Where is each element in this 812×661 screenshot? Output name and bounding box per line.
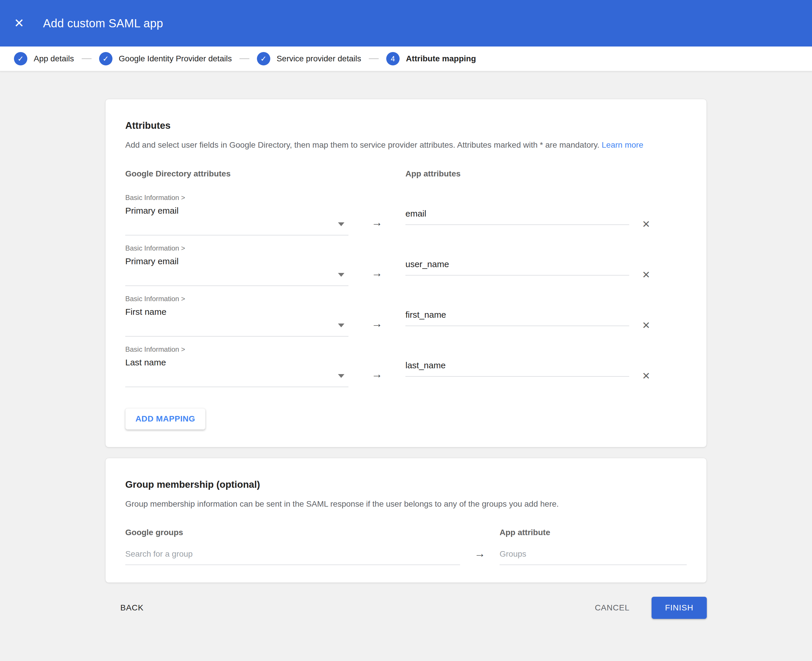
google-groups-header: Google groups: [125, 528, 460, 537]
close-icon: ✕: [642, 219, 651, 230]
app-attribute-input[interactable]: [405, 308, 629, 326]
arrow-right-icon: →: [348, 295, 405, 337]
close-icon: ✕: [642, 320, 651, 331]
arrow-right-icon: →: [348, 244, 405, 286]
group-app-attribute-header: App attribute: [499, 528, 687, 537]
directory-attribute-value: Last name: [125, 358, 348, 367]
attributes-column-headers: Google Directory attributes App attribut…: [125, 169, 687, 179]
footer-actions: BACK CANCEL FINISH: [105, 597, 707, 619]
group-app-attribute-input[interactable]: [499, 546, 687, 565]
attributes-card-description: Add and select user fields in Google Dir…: [125, 139, 687, 151]
cancel-button[interactable]: CANCEL: [595, 603, 630, 613]
directory-attribute-category: Basic Information >: [125, 244, 348, 252]
mapping-row: Basic Information > Last name → ✕: [125, 345, 687, 387]
app-attribute-field: [405, 295, 629, 337]
remove-mapping-button[interactable]: ✕: [642, 244, 660, 286]
app-attribute-field: [405, 244, 629, 286]
step-label: Service provider details: [277, 54, 361, 63]
directory-attribute-select[interactable]: Basic Information > Primary email: [125, 244, 348, 286]
app-attributes-header: App attributes: [405, 169, 687, 179]
arrow-right-icon: →: [348, 193, 405, 235]
directory-attribute-category: Basic Information >: [125, 345, 348, 353]
stepper-step-attribute-mapping[interactable]: 4 Attribute mapping: [386, 52, 476, 65]
group-spacer: [460, 528, 499, 537]
mapping-rows: Basic Information > Primary email → ✕ Ba…: [125, 193, 687, 387]
mapping-row: Basic Information > First name → ✕: [125, 295, 687, 337]
app-attribute-input[interactable]: [405, 358, 629, 377]
step-label: Attribute mapping: [406, 54, 476, 63]
dropdown-arrow-icon: [338, 222, 345, 226]
main-content: Attributes Add and select user fields in…: [0, 72, 812, 619]
step-label: Google Identity Provider details: [119, 54, 232, 63]
group-membership-card: Group membership (optional) Group member…: [105, 458, 707, 583]
dropdown-arrow-icon: [338, 324, 345, 327]
dialog-title: Add custom SAML app: [43, 17, 163, 30]
attributes-card-title: Attributes: [125, 120, 687, 131]
mapping-row: Basic Information > Primary email → ✕: [125, 193, 687, 235]
group-membership-description: Group membership information can be sent…: [125, 498, 687, 510]
attributes-description-text: Add and select user fields in Google Dir…: [125, 141, 600, 149]
directory-attribute-select[interactable]: Basic Information > Primary email: [125, 193, 348, 235]
directory-attribute-value: First name: [125, 307, 348, 317]
step-complete-check-icon: ✓: [99, 52, 112, 65]
dropdown-arrow-icon: [338, 273, 345, 277]
app-attribute-input[interactable]: [405, 206, 629, 225]
remove-mapping-button[interactable]: ✕: [642, 345, 660, 387]
mapping-row: Basic Information > Primary email → ✕: [125, 244, 687, 286]
close-icon: ✕: [642, 370, 651, 382]
learn-more-link[interactable]: Learn more: [601, 141, 643, 149]
close-icon[interactable]: ✕: [14, 17, 31, 29]
attributes-card: Attributes Add and select user fields in…: [105, 99, 707, 447]
close-icon: ✕: [642, 269, 651, 280]
group-search-input[interactable]: [125, 546, 460, 565]
step-number-badge: 4: [386, 52, 400, 65]
group-column-headers: Google groups App attribute: [125, 528, 687, 537]
app-attribute-input[interactable]: [405, 257, 629, 276]
directory-attribute-value: Primary email: [125, 256, 348, 266]
add-mapping-button[interactable]: ADD MAPPING: [125, 408, 206, 429]
stepper-step-service-provider-details[interactable]: ✓ Service provider details: [257, 52, 361, 65]
step-complete-check-icon: ✓: [14, 52, 27, 65]
remove-mapping-button[interactable]: ✕: [642, 193, 660, 235]
directory-attribute-category: Basic Information >: [125, 193, 348, 202]
step-connector: [82, 58, 91, 59]
finish-button[interactable]: FINISH: [652, 597, 707, 619]
dialog-header: ✕ Add custom SAML app: [0, 0, 812, 46]
stepper-step-google-idp-details[interactable]: ✓ Google Identity Provider details: [99, 52, 232, 65]
step-connector: [369, 58, 379, 59]
app-attribute-field: [405, 345, 629, 387]
step-complete-check-icon: ✓: [257, 52, 270, 65]
directory-attribute-select[interactable]: Basic Information > First name: [125, 295, 348, 337]
directory-attribute-select[interactable]: Basic Information > Last name: [125, 345, 348, 387]
directory-attribute-value: Primary email: [125, 206, 348, 216]
dropdown-arrow-icon: [338, 374, 345, 378]
stepper-step-app-details[interactable]: ✓ App details: [14, 52, 74, 65]
remove-mapping-button[interactable]: ✕: [642, 295, 660, 337]
group-mapping-row: →: [125, 546, 687, 565]
step-label: App details: [34, 54, 74, 63]
arrow-right-icon: →: [348, 345, 405, 387]
back-button[interactable]: BACK: [120, 603, 144, 613]
arrow-right-icon: →: [460, 548, 499, 565]
google-directory-attributes-header: Google Directory attributes: [125, 169, 405, 179]
app-attribute-field: [405, 193, 629, 235]
step-connector: [239, 58, 249, 59]
group-membership-title: Group membership (optional): [125, 479, 687, 490]
directory-attribute-category: Basic Information >: [125, 295, 348, 303]
stepper: ✓ App details ✓ Google Identity Provider…: [0, 46, 812, 72]
